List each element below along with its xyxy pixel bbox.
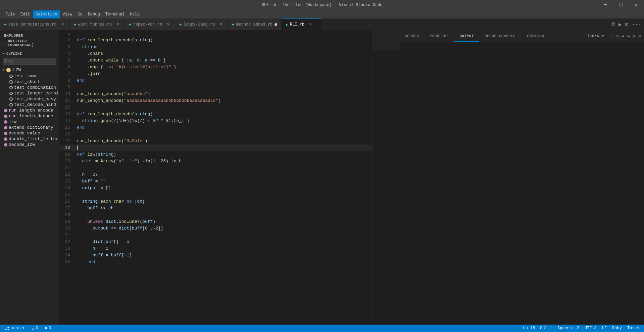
status-branch[interactable]: ⎇ master: [3, 326, 27, 331]
status-cursor-position[interactable]: Ln 18, Col 1: [522, 326, 553, 331]
code-content-3: string: [76, 44, 372, 50]
panel-action-3[interactable]: ↩: [620, 32, 626, 40]
explorer-label: EXPLORER: [4, 34, 55, 38]
code-line-15: 15 end: [59, 124, 372, 131]
panel-action-2[interactable]: ⊟: [615, 32, 620, 40]
tab-close-word-funnel[interactable]: ×: [115, 22, 120, 27]
tab-close-loops-lang[interactable]: ×: [218, 22, 224, 27]
code-content-20: dict = Array("a".."z").zip(1..26).to_h: [76, 158, 372, 165]
code-content-4: .chars: [76, 50, 372, 57]
chevron-down-icon-outline: ▾: [3, 51, 5, 56]
code-content-29: unless dict.include?(buff): [76, 218, 372, 225]
folder-icon: ⬤: [6, 67, 11, 73]
tab-case-permutations[interactable]: ◆ case_permutations.rb ×: [0, 18, 70, 30]
status-warnings[interactable]: ⚠ 0: [31, 326, 39, 331]
status-encoding[interactable]: UTF-8: [583, 326, 598, 331]
sidebar-item-test-longer[interactable]: test_longer_combination: [0, 90, 59, 96]
status-language[interactable]: Ruby: [611, 326, 623, 331]
menu-terminal[interactable]: Terminal: [103, 10, 128, 19]
code-line-20: 20 dict = Array("a".."z").zip(1..26).to_…: [59, 158, 372, 165]
code-content-15: end: [76, 124, 372, 131]
outline-label[interactable]: ▾ OUTLINE: [3, 51, 56, 56]
tab-debug-console[interactable]: DEBUG CONSOLE: [479, 30, 521, 42]
sidebar-item-lzw-folder[interactable]: ▾ ⬤ LZW: [0, 67, 59, 73]
menu-view[interactable]: View: [60, 10, 75, 19]
tasks-dropdown[interactable]: Tasks ▼: [586, 32, 606, 41]
panel-action-4[interactable]: ↪: [626, 32, 631, 40]
code-content-31: [76, 232, 372, 239]
sidebar-item-test-decode-easy[interactable]: test_decode_easy: [0, 96, 59, 102]
line-num-14: 14: [59, 118, 76, 124]
sidebar-item-label-run-length-decode: run_length_decode: [9, 114, 53, 119]
sidebar-item-decode-value[interactable]: decode_value: [0, 130, 59, 136]
tab-label-loops-lang: loops-lang.rb: [184, 22, 215, 27]
close-button[interactable]: ✕: [629, 0, 644, 10]
sidebar-item-lzw[interactable]: lzw: [0, 119, 59, 125]
status-tasks[interactable]: Tasks: [626, 326, 641, 331]
line-num-9: 9: [59, 84, 76, 91]
method-icon-test-longer: [9, 92, 13, 95]
editor-area: 1 2 def run_length_encode(string) 3 stri…: [59, 30, 644, 325]
line-num-23: 23: [59, 178, 76, 185]
fn-icon-run-length-encode: [4, 109, 7, 112]
tab-word-funnel[interactable]: ◆ word_funnel.rb ×: [70, 18, 125, 30]
panel-action-6[interactable]: ✕: [637, 31, 643, 41]
minimize-button[interactable]: −: [598, 0, 613, 10]
menu-help[interactable]: Help: [127, 10, 142, 19]
sidebar-item-decode-lzw[interactable]: decode_lzw: [0, 142, 59, 148]
status-language-label: Ruby: [612, 326, 622, 331]
tab-loops-lang[interactable]: ◆ loops-lang.rb ×: [175, 18, 228, 30]
chevron-down-icon: ▾: [4, 41, 6, 45]
sidebar-item-test-same[interactable]: test_same: [0, 73, 59, 79]
tab-output[interactable]: OUTPUT: [454, 30, 479, 42]
split-editor-icon[interactable]: ⧉: [610, 20, 616, 29]
tab-problems[interactable]: PROBLEMS: [425, 30, 454, 42]
line-num-32: 32: [59, 239, 76, 245]
panel-action-1[interactable]: ⊞: [609, 32, 614, 40]
line-num-4: 4: [59, 50, 76, 57]
tab-rspec-vcr[interactable]: ◆ rspec-vcr.rb ×: [125, 18, 175, 30]
minimap[interactable]: [372, 30, 399, 325]
right-panel-tabs: SEARCH PROBLEMS OUTPUT DEBUG CONSOLE TER…: [399, 30, 644, 42]
status-indent[interactable]: Spaces: 2: [556, 326, 581, 331]
menu-debug[interactable]: Debug: [85, 10, 103, 19]
tab-close-case-permutations[interactable]: ×: [60, 22, 65, 27]
tab-terminal[interactable]: TERMINAL: [521, 30, 551, 42]
tab-method-added[interactable]: ◆ method_added.rb: [228, 18, 282, 30]
sidebar-item-extend-dictionary[interactable]: extend_dictionary: [0, 125, 59, 130]
menu-go[interactable]: Go: [75, 10, 85, 19]
code-content-2: def run_length_encode(string): [76, 37, 372, 44]
status-errors[interactable]: ✖ 0: [44, 326, 52, 331]
minimap-slider[interactable]: [373, 30, 399, 50]
tab-close-rle[interactable]: ×: [308, 22, 313, 27]
line-num-34: 34: [59, 252, 76, 259]
status-eol[interactable]: LF: [601, 326, 608, 331]
code-line-32: 32 dict[buff] = n: [59, 239, 372, 245]
code-content-27: buff << ch: [76, 205, 372, 212]
code-content-6: .map { |n| "#{n.size}#{n.first}" }: [76, 64, 372, 71]
code-content-22: n = 27: [76, 171, 372, 178]
sidebar-item-test-decode-hard[interactable]: test_decode_hard: [0, 102, 59, 108]
more-actions-icon[interactable]: ···: [630, 20, 643, 29]
menu-file[interactable]: File: [3, 10, 18, 19]
code-line-14: 14 string.gsub(/(\d+)(\w)/) { $2 * $1.to…: [59, 118, 372, 124]
code-line-34: 34 buff = buff[-1]: [59, 252, 372, 259]
sidebar-item-double-first[interactable]: double_first_letter: [0, 136, 59, 142]
sidebar-item-test-short[interactable]: test_short: [0, 79, 59, 85]
workspace-label[interactable]: ▾ UNTITLED (WORKSPACE): [4, 39, 55, 47]
tab-close-rspec-vcr[interactable]: ×: [165, 22, 171, 27]
split-view-icon[interactable]: ⊡: [624, 20, 630, 29]
play-icon[interactable]: ▶: [617, 20, 623, 29]
sidebar-item-test-combination[interactable]: test_combination: [0, 85, 59, 90]
maximize-button[interactable]: □: [613, 0, 629, 10]
tab-rle[interactable]: ◆ RLE.rb ×: [282, 18, 322, 30]
filter-input[interactable]: [3, 58, 56, 65]
sidebar-item-run-length-encode[interactable]: run_length_encode: [0, 108, 59, 113]
panel-action-5[interactable]: ⊠: [631, 32, 637, 40]
menu-edit[interactable]: Edit: [18, 10, 33, 19]
tab-search[interactable]: SEARCH: [399, 30, 425, 42]
menu-selection[interactable]: Selection: [33, 10, 60, 19]
code-line-28: 28: [59, 212, 372, 218]
sidebar-item-run-length-decode[interactable]: run_length_decode: [0, 113, 59, 119]
code-editor[interactable]: 1 2 def run_length_encode(string) 3 stri…: [59, 30, 372, 325]
